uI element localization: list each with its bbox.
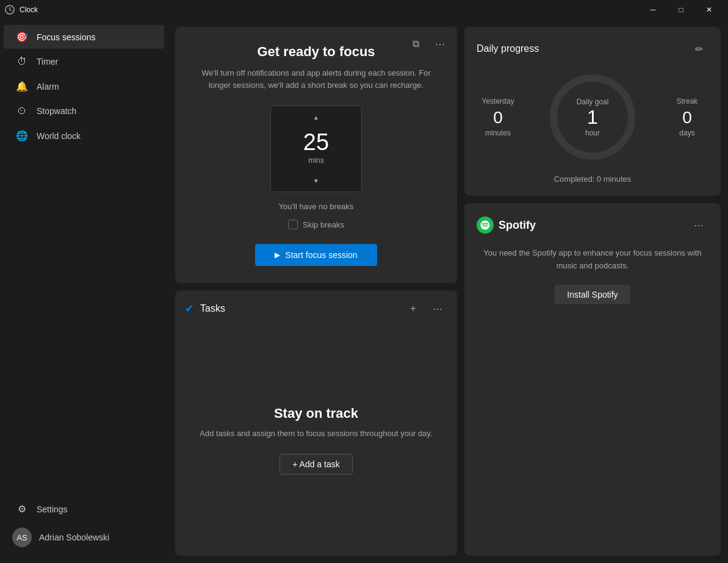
timer-icon: ⏱ <box>16 56 28 67</box>
svg-line-2 <box>10 10 12 11</box>
app-icon <box>5 5 15 15</box>
focus-description: We'll turn off notifications and app ale… <box>195 67 438 91</box>
sidebar-label-settings: Settings <box>37 504 68 514</box>
stay-desc: Add tasks and assign them to focus sessi… <box>200 428 432 440</box>
pencil-icon: ✏ <box>695 43 703 55</box>
start-focus-button[interactable]: ▶ Start focus session <box>255 244 377 266</box>
spotify-logo: Spotify <box>477 217 536 234</box>
titlebar-left: Clock <box>5 5 38 15</box>
focus-card-toolbar: ⧉ ⋯ <box>406 34 450 54</box>
sidebar-item-settings[interactable]: ⚙ Settings <box>4 497 164 521</box>
streak-unit: days <box>679 129 694 137</box>
chevron-down-icon <box>313 176 319 185</box>
start-label: Start focus session <box>285 250 357 260</box>
window-controls: ─ □ ✕ <box>639 0 723 20</box>
progress-stats: Yesterday 0 minutes Daily goal 1 hour <box>477 68 708 166</box>
play-icon: ▶ <box>275 251 280 259</box>
streak-stat: Streak 0 days <box>666 97 708 137</box>
chevron-up-icon <box>313 113 319 121</box>
tasks-more-button[interactable]: ⋯ <box>428 299 447 318</box>
spotify-more-button[interactable]: ⋯ <box>689 215 708 235</box>
completed-text: Completed: 0 minutes <box>477 174 708 184</box>
yesterday-label: Yesterday <box>482 97 514 106</box>
progress-card: Daily progress ✏ Yesterday 0 minutes <box>464 27 721 196</box>
ring-goal-value: 1 <box>587 106 598 129</box>
add-task-button[interactable]: + Add a task <box>279 454 352 475</box>
resize-icon: ⧉ <box>413 38 419 49</box>
focus-card: ⧉ ⋯ Get ready to focus We'll turn off no… <box>175 27 457 283</box>
spotify-icon <box>477 217 494 234</box>
ring-center: Daily goal 1 hour <box>577 98 609 137</box>
sidebar-label-focus: Focus sessions <box>37 32 95 42</box>
resize-button[interactable]: ⧉ <box>406 34 425 54</box>
yesterday-unit: minutes <box>485 129 511 137</box>
skip-breaks-checkbox[interactable] <box>288 220 298 229</box>
time-decrement-button[interactable] <box>271 170 361 192</box>
time-increment-button[interactable] <box>271 106 361 128</box>
streak-value: 0 <box>682 108 692 127</box>
skip-breaks-row: Skip breaks <box>288 220 344 229</box>
time-picker: 25 mins <box>270 106 362 192</box>
alarm-icon: 🔔 <box>16 81 28 92</box>
tasks-header: ✔ Tasks + ⋯ <box>175 290 457 325</box>
install-spotify-button[interactable]: Install Spotify <box>555 285 630 304</box>
yesterday-stat: Yesterday 0 minutes <box>477 97 519 137</box>
sidebar-item-focus-sessions[interactable]: 🎯 Focus sessions <box>4 25 164 49</box>
avatar: AS <box>12 528 32 547</box>
add-task-label: + Add a task <box>292 459 339 469</box>
sidebar-item-timer[interactable]: ⏱ Timer <box>4 50 164 73</box>
progress-title: Daily progress <box>477 43 539 54</box>
ring-goal-unit: hour <box>585 129 600 137</box>
sidebar-bottom: ⚙ Settings AS Adrian Sobolewski <box>0 492 168 558</box>
sidebar-item-world-clock[interactable]: 🌐 World clock <box>4 124 164 148</box>
stopwatch-icon: ⏲ <box>16 106 28 117</box>
user-name: Adrian Sobolewski <box>39 533 109 542</box>
spotify-name: Spotify <box>499 219 536 232</box>
spotify-header: Spotify ⋯ <box>477 215 708 235</box>
user-item[interactable]: AS Adrian Sobolewski <box>0 522 168 553</box>
tasks-more-icon: ⋯ <box>433 303 442 315</box>
streak-label: Streak <box>677 97 698 106</box>
time-unit: mins <box>308 156 323 170</box>
add-task-header-button[interactable]: + <box>403 299 423 318</box>
world-clock-icon: 🌐 <box>16 130 28 142</box>
time-value: 25 <box>303 128 329 156</box>
spotify-description: You need the Spotify app to enhance your… <box>477 247 708 273</box>
more-options-button[interactable]: ⋯ <box>430 34 450 54</box>
install-label: Install Spotify <box>567 290 618 299</box>
tasks-header-right: + ⋯ <box>403 299 447 318</box>
plus-icon: + <box>410 303 416 314</box>
app-body: 🎯 Focus sessions ⏱ Timer 🔔 Alarm ⏲ Stopw… <box>0 20 728 563</box>
close-button[interactable]: ✕ <box>695 0 723 20</box>
stay-title: Stay on track <box>274 406 358 421</box>
sidebar-label-stopwatch: Stopwatch <box>37 106 76 116</box>
right-panel: Daily progress ✏ Yesterday 0 minutes <box>464 27 721 556</box>
sidebar: 🎯 Focus sessions ⏱ Timer 🔔 Alarm ⏲ Stopw… <box>0 20 168 563</box>
ring-goal-label: Daily goal <box>577 98 609 106</box>
app-title: Clock <box>20 5 38 14</box>
tasks-content: Stay on track Add tasks and assign them … <box>175 325 457 556</box>
titlebar: Clock ─ □ ✕ <box>0 0 728 20</box>
break-text: You'll have no breaks <box>279 202 354 211</box>
spotify-card: Spotify ⋯ You need the Spotify app to en… <box>464 203 721 556</box>
main-content: ⧉ ⋯ Get ready to focus We'll turn off no… <box>168 20 728 563</box>
yesterday-value: 0 <box>493 108 503 127</box>
sidebar-item-alarm[interactable]: 🔔 Alarm <box>4 74 164 98</box>
tasks-header-left: ✔ Tasks <box>185 302 225 315</box>
left-panel: ⧉ ⋯ Get ready to focus We'll turn off no… <box>175 27 457 556</box>
progress-header: Daily progress ✏ <box>477 39 708 59</box>
sidebar-spacer <box>0 148 168 492</box>
edit-progress-button[interactable]: ✏ <box>689 39 708 59</box>
focus-sessions-icon: 🎯 <box>16 31 28 43</box>
tasks-title: Tasks <box>200 303 225 314</box>
sidebar-item-stopwatch[interactable]: ⏲ Stopwatch <box>4 99 164 123</box>
minimize-button[interactable]: ─ <box>639 0 667 20</box>
sidebar-label-alarm: Alarm <box>37 82 59 91</box>
sidebar-label-timer: Timer <box>37 57 58 66</box>
focus-title: Get ready to focus <box>257 44 375 60</box>
maximize-button[interactable]: □ <box>667 0 695 20</box>
tasks-card: ✔ Tasks + ⋯ Stay on track Add tasks a <box>175 290 457 556</box>
sidebar-label-world-clock: World clock <box>37 131 81 141</box>
skip-breaks-label: Skip breaks <box>303 220 344 229</box>
spotify-more-icon: ⋯ <box>694 220 704 231</box>
